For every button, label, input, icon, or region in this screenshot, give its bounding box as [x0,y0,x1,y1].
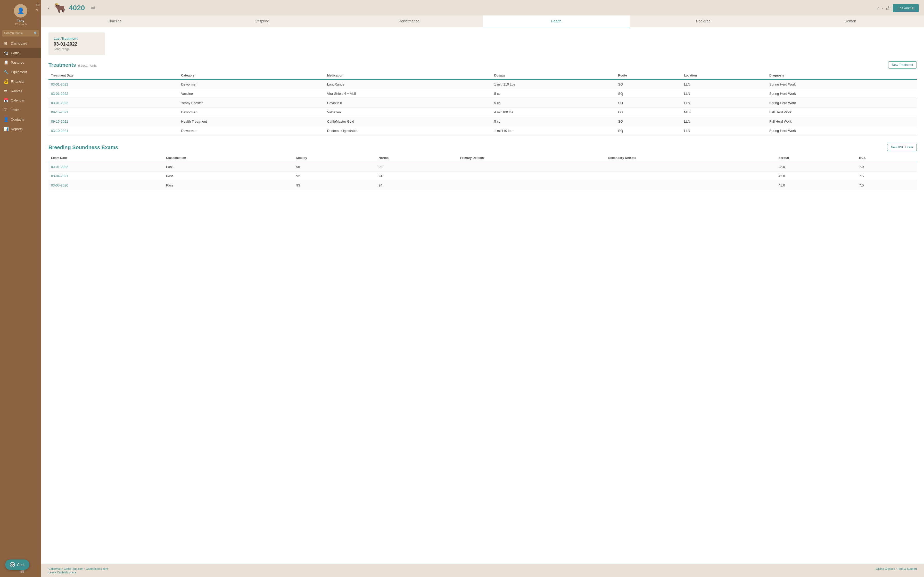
bse-scrotal: 41.0 [776,181,856,190]
reports-icon: 📊 [3,126,9,131]
sidebar-item-label: Tasks [11,108,19,112]
sidebar-top-icons: ⚙ ? [36,3,40,13]
bse-exam-date[interactable]: 03-01-2022 [48,162,163,172]
col-motility: Motility [294,154,376,162]
treatment-row: 03-01-2022 Dewormer LongRange 1 ml / 110… [48,80,917,89]
col-bcs: BCS [856,154,917,162]
last-treatment-card: Last Treatment 03-01-2022 LongRange [48,32,105,55]
footer-right: Online Classes • Help & Support [876,567,917,574]
online-classes-link[interactable]: Online Classes [876,567,895,570]
sidebar-item-calendar[interactable]: 📅 Calendar [0,95,41,105]
treatment-date[interactable]: 03-01-2022 [48,89,179,98]
bse-normal: 90 [376,162,458,172]
bse-normal: 94 [376,172,458,181]
treatment-dosage: 4 ml/ 100 lbs [492,108,615,117]
sidebar-item-rainfall[interactable]: 🌧 Rainfall [0,86,41,95]
search-icon: 🔍 [34,31,38,35]
bse-section-header: Breeding Soundness Exams New BSE Exam [48,144,917,151]
back-button[interactable]: ‹ [47,5,51,11]
col-secondary-defects: Secondary Defects [606,154,776,162]
main-content: ‹ 🐂 4020 Bull ‹ › 🖨 Edit Animal Timeline… [41,0,924,577]
treatment-date[interactable]: 03-01-2022 [48,98,179,108]
treatment-medication: CattleMaster Gold [325,117,492,126]
sidebar-item-financial[interactable]: 💰 Financial [0,77,41,86]
treatment-dosage: 5 cc [492,98,615,108]
financial-icon: 💰 [3,79,9,84]
col-normal: Normal [376,154,458,162]
tasks-icon: ☑ [3,107,9,112]
sidebar-item-dashboard[interactable]: ⊞ Dashboard [0,39,41,48]
pastures-icon: 📋 [3,60,9,65]
sidebar-item-equipment[interactable]: 🔧 Equipment [0,67,41,77]
bse-normal: 94 [376,181,458,190]
tab-timeline[interactable]: Timeline [41,15,189,27]
cattle-icon: 🐄 [3,50,9,55]
user-ranch: JC Ranch [15,23,27,26]
footer: CattleMax • CattleTags.com • CattleScale… [41,564,924,577]
treatment-date[interactable]: 09-15-2021 [48,117,179,126]
tab-offspring[interactable]: Offspring [189,15,336,27]
treatment-date[interactable]: 03-01-2022 [48,80,179,89]
chat-button[interactable]: 💬 Chat [5,559,29,570]
animal-id: 4020 [69,4,85,12]
treatment-route: SQ [615,89,682,98]
new-treatment-button[interactable]: New Treatment [888,61,917,69]
bse-motility: 92 [294,172,376,181]
help-support-link[interactable]: Help & Support [897,567,917,570]
sidebar-item-label: Dashboard [11,42,27,45]
print-button[interactable]: 🖨 [885,5,890,11]
tab-performance[interactable]: Performance [335,15,483,27]
sidebar-item-label: Contacts [11,118,24,121]
col-treatment-date: Treatment Date [48,72,179,80]
last-treatment-medication: LongRange [53,47,100,51]
new-bse-button[interactable]: New BSE Exam [887,144,917,151]
next-animal-button[interactable]: › [882,5,883,11]
footer-links-primary: CattleMax • CattleTags.com • CattleScale… [48,567,108,570]
bse-title: Breeding Soundness Exams [48,145,118,150]
treatment-dosage: 5 cc [492,117,615,126]
treatment-diagnosis: Spring Herd Work [767,126,917,135]
bse-bcs: 7.5 [856,172,917,181]
treatment-diagnosis: Spring Herd Work [767,89,917,98]
treatment-dosage: 5 cc [492,89,615,98]
animal-icon: 🐂 [54,3,66,13]
tab-semen[interactable]: Semen [777,15,924,27]
treatment-row: 03-01-2022 Yearly Booster Covexin 8 5 cc… [48,98,917,108]
sidebar-item-label: Equipment [11,70,27,74]
chat-bubble-icon: 💬 [10,562,15,567]
equipment-icon: 🔧 [3,69,9,74]
cattlescales-link[interactable]: CattleScales.com [86,567,108,570]
col-classification: Classification [163,154,294,162]
leave-beta-link[interactable]: Leave CattleMax beta [48,571,76,574]
treatment-route: SQ [615,117,682,126]
bse-bcs: 7.0 [856,162,917,172]
bse-bcs: 7.0 [856,181,917,190]
sidebar-item-reports[interactable]: 📊 Reports [0,124,41,134]
treatments-title: Treatments 6 treatments [48,62,97,68]
bse-scrotal: 42.0 [776,172,856,181]
cattletags-link[interactable]: CattleTags.com [64,567,84,570]
tab-health[interactable]: Health [483,15,630,27]
col-medication: Medication [325,72,492,80]
col-diagnosis: Diagnosis [767,72,917,80]
sidebar-item-label: Rainfall [11,89,22,93]
treatment-location: LLN [682,89,767,98]
bse-primary-defects [458,162,606,172]
sidebar-item-pastures[interactable]: 📋 Pastures [0,58,41,67]
treatment-date[interactable]: 03-10-2021 [48,126,179,135]
sidebar-item-tasks[interactable]: ☑ Tasks [0,105,41,114]
settings-icon[interactable]: ⚙ [36,3,40,7]
treatment-date[interactable]: 09-15-2021 [48,108,179,117]
animal-type: Bull [89,6,95,10]
tab-pedigree[interactable]: Pedigree [630,15,777,27]
bse-exam-date[interactable]: 03-05-2020 [48,181,163,190]
edit-animal-button[interactable]: Edit Animal [893,4,919,12]
sidebar-item-contacts[interactable]: 👤 Contacts [0,114,41,124]
bse-exam-date[interactable]: 03-04-2021 [48,172,163,181]
bse-motility: 95 [294,162,376,172]
col-scrotal: Scrotal [776,154,856,162]
help-icon[interactable]: ? [36,9,40,13]
cattlemax-link[interactable]: CattleMax [48,567,61,570]
sidebar-item-cattle[interactable]: 🐄 Cattle [0,48,41,58]
prev-animal-button[interactable]: ‹ [877,5,879,11]
